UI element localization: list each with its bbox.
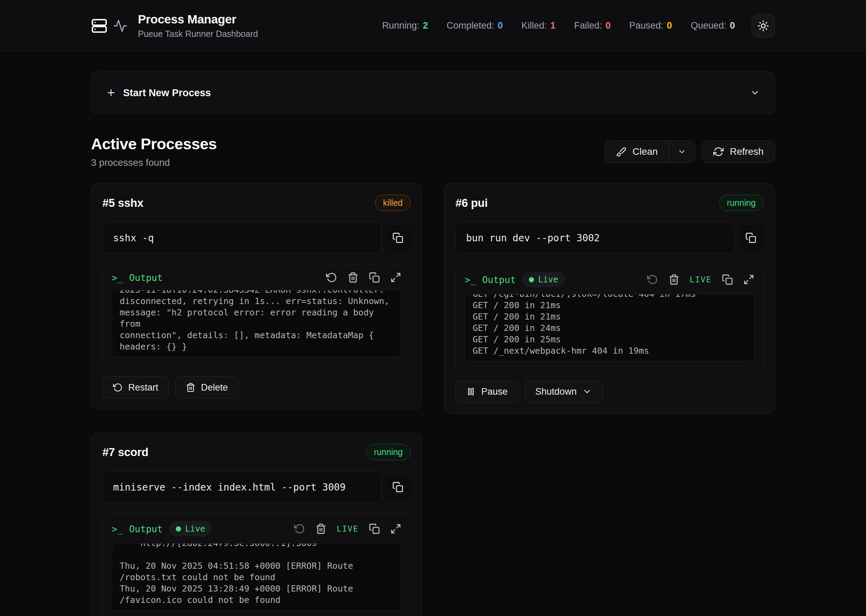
- plus-icon: [106, 88, 116, 98]
- output-log[interactable]: http://[2a02:2479:3c:5000::1]:3009 Thu, …: [112, 543, 401, 611]
- copy-icon: [745, 233, 756, 244]
- main-content: Start New Process Active Processes 3 pro…: [91, 52, 775, 616]
- terminal-prompt-icon: >_: [112, 523, 123, 534]
- process-card: #7 scord running miniserve --index index…: [91, 433, 422, 616]
- live-toggle-button[interactable]: LIVE: [690, 275, 712, 284]
- page-subtitle: Pueue Task Runner Dashboard: [138, 29, 258, 39]
- header-stat: Queued:0: [690, 20, 735, 31]
- expand-icon: [743, 274, 754, 285]
- trash-icon: [668, 274, 679, 285]
- shutdown-button[interactable]: Shutdown: [525, 380, 603, 402]
- section-title: Active Processes: [91, 135, 217, 153]
- trash-icon: [186, 383, 195, 392]
- copy-button[interactable]: [369, 272, 380, 283]
- terminal-prompt-icon: >_: [112, 272, 123, 283]
- stat-label: Failed:: [574, 20, 602, 31]
- refresh-icon: [713, 146, 724, 157]
- action-button-label: Delete: [201, 382, 228, 393]
- trash-icon: [347, 272, 358, 283]
- output-panel: >_ Output disconnected, retrying in 2s..…: [102, 264, 410, 366]
- command-text: sshx -q: [102, 222, 381, 254]
- copy-button[interactable]: [369, 523, 380, 534]
- clean-dropdown-button[interactable]: [669, 141, 695, 163]
- clean-button-label: Clean: [633, 146, 658, 157]
- output-panel: >_ Output Live LIVE http://[2a02:2479:3c…: [102, 513, 410, 616]
- restart-icon: [294, 523, 305, 534]
- trash-icon: [316, 523, 327, 534]
- trash-button[interactable]: [316, 523, 327, 534]
- restart-button[interactable]: Restart: [102, 376, 169, 399]
- command-text: bun run dev --port 3002: [456, 222, 734, 254]
- app-brand: Process Manager Pueue Task Runner Dashbo…: [91, 13, 258, 39]
- activity-icon: [113, 19, 127, 33]
- chevron-down-icon: [582, 387, 592, 396]
- chevron-down-icon: [677, 147, 686, 156]
- live-pill-label: Live: [538, 275, 558, 284]
- stat-value: 0: [667, 20, 672, 31]
- process-actions: RestartDelete: [102, 376, 410, 399]
- clean-button[interactable]: Clean: [605, 141, 669, 163]
- paintbrush-icon: [616, 146, 626, 157]
- expand-button[interactable]: [390, 523, 401, 534]
- restart-button[interactable]: [294, 523, 305, 534]
- action-button-label: Shutdown: [535, 387, 577, 397]
- live-status-pill: Live: [169, 521, 212, 536]
- copy-icon: [369, 523, 380, 534]
- stat-label: Queued:: [690, 20, 726, 31]
- live-toggle-button[interactable]: LIVE: [337, 524, 358, 533]
- restart-button[interactable]: [326, 272, 337, 283]
- output-log[interactable]: disconnected, retrying in 2s... err=tran…: [112, 290, 401, 357]
- process-title: #6 pui: [456, 196, 488, 210]
- chevron-down-icon: [750, 88, 760, 98]
- live-dot-icon: [529, 277, 534, 282]
- stat-value: 0: [730, 20, 735, 31]
- copy-icon: [392, 482, 403, 493]
- refresh-button-label: Refresh: [730, 146, 764, 157]
- copy-button[interactable]: [722, 274, 733, 285]
- stat-value: 2: [423, 20, 428, 31]
- header-stats: Running:2 Completed:0 Killed:1 Failed:0 …: [382, 20, 735, 31]
- status-badge: running: [366, 444, 410, 460]
- header-stat: Running:2: [382, 20, 428, 31]
- output-panel: >_ Output Live LIVE GET /cgi-bin/luci/;s…: [456, 264, 764, 370]
- output-label: Output: [129, 523, 163, 534]
- header-stat: Paused:0: [629, 20, 672, 31]
- app-header: Process Manager Pueue Task Runner Dashbo…: [0, 0, 866, 52]
- stat-label: Running:: [382, 20, 419, 31]
- output-log[interactable]: GET /cgi-bin/luci/;stok=/locate 404 in 1…: [465, 294, 754, 361]
- copy-command-button[interactable]: [385, 474, 410, 500]
- copy-icon: [392, 233, 403, 244]
- header-stat: Killed:1: [522, 20, 556, 31]
- start-new-process-label: Start New Process: [123, 87, 211, 99]
- delete-button[interactable]: Delete: [175, 376, 239, 399]
- copy-command-button[interactable]: [738, 225, 764, 251]
- header-stat: Failed:0: [574, 20, 611, 31]
- process-card: #5 sshx killed sshx -q >_ Output: [91, 183, 422, 410]
- stat-label: Paused:: [629, 20, 663, 31]
- trash-button[interactable]: [668, 274, 679, 285]
- live-pill-label: Live: [185, 524, 205, 534]
- restart-icon: [113, 383, 123, 392]
- page-title: Process Manager: [138, 13, 258, 26]
- copy-command-button[interactable]: [385, 225, 410, 251]
- expand-icon: [390, 272, 401, 283]
- restart-icon: [647, 274, 658, 285]
- stat-label: Killed:: [522, 20, 547, 31]
- process-title: #5 sshx: [102, 196, 143, 210]
- action-button-label: Pause: [481, 387, 508, 397]
- expand-button[interactable]: [390, 272, 401, 283]
- process-title: #7 scord: [102, 446, 148, 459]
- process-actions: PauseShutdown: [456, 380, 764, 402]
- theme-toggle-button[interactable]: [751, 14, 775, 38]
- stat-value: 0: [605, 20, 611, 31]
- live-status-pill: Live: [522, 272, 565, 287]
- start-new-process-toggle[interactable]: Start New Process: [91, 72, 775, 114]
- expand-button[interactable]: [743, 274, 754, 285]
- restart-button[interactable]: [647, 274, 658, 285]
- restart-icon: [326, 272, 337, 283]
- refresh-button[interactable]: Refresh: [702, 140, 775, 163]
- expand-icon: [390, 523, 401, 534]
- pause-button[interactable]: Pause: [456, 380, 519, 402]
- trash-button[interactable]: [347, 272, 358, 283]
- output-toolbar: LIVE: [647, 274, 754, 285]
